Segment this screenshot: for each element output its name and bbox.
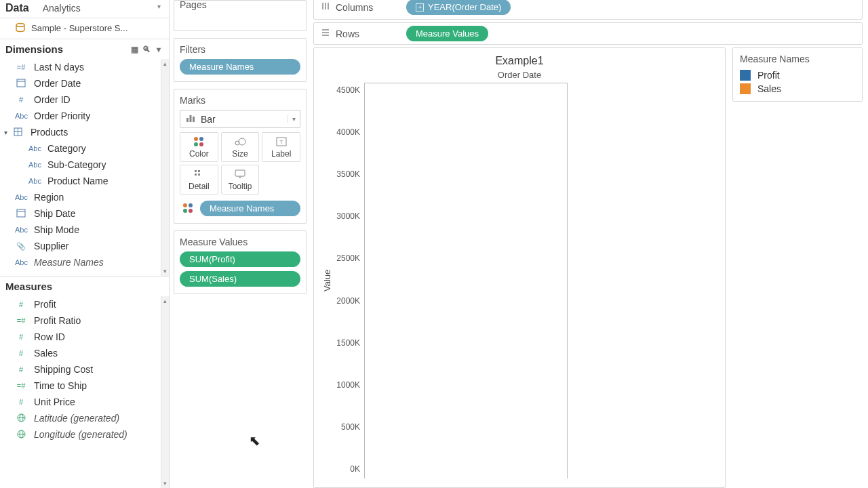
mv-pill-sum-sales[interactable]: SUM(Sales) — [180, 271, 300, 287]
marks-color-pill[interactable]: Measure Names — [200, 201, 300, 216]
y-tick: 500K — [341, 422, 360, 432]
measure-field[interactable]: #Sales — [0, 345, 161, 361]
dimension-field[interactable]: Order Date — [0, 75, 161, 92]
viz-title[interactable]: Example1 — [321, 55, 718, 67]
marks-tooltip-button[interactable]: Tooltip — [221, 165, 260, 195]
field-type-icon: Abc — [28, 177, 41, 185]
mv-pill-sum-profit[interactable]: SUM(Profit) — [180, 251, 300, 267]
dimension-field[interactable]: AbcCategory — [0, 140, 161, 157]
dimension-field[interactable]: AbcMeasure Names — [0, 254, 161, 270]
rows-icon — [321, 28, 330, 39]
dimension-field[interactable]: Ship Date — [0, 205, 161, 222]
columns-label: Columns — [336, 2, 373, 13]
marks-color-label: Color — [189, 149, 209, 159]
cards-column: Pages Filters Measure Names Marks Bar ▾ — [170, 0, 311, 488]
field-type-icon: =# — [15, 382, 27, 390]
legend-item[interactable]: Profit — [740, 68, 855, 82]
legend-label: Sales — [757, 83, 781, 94]
scroll-down-icon[interactable]: ▾ — [163, 266, 167, 276]
field-type-icon: # — [15, 365, 27, 373]
bar-chart-icon — [186, 113, 195, 125]
svg-rect-21 — [198, 170, 200, 172]
scroll-up-icon[interactable]: ▴ — [163, 296, 167, 306]
measure-values-shelf[interactable]: Measure Values SUM(Profit) SUM(Sales) — [174, 230, 307, 294]
viz-canvas[interactable]: Example1 Order Date Value 0K500K1000K150… — [313, 47, 726, 488]
marks-color-button[interactable]: Color — [180, 132, 218, 162]
y-tick: 1500K — [336, 338, 360, 348]
filters-shelf[interactable]: Filters Measure Names — [174, 38, 307, 82]
plot-area[interactable] — [364, 83, 568, 479]
columns-pill-year-order-date[interactable]: ＋ YEAR(Order Date) — [406, 0, 511, 15]
search-icon[interactable]: 🔍︎ — [142, 45, 151, 54]
y-tick: 3000K — [336, 211, 360, 221]
data-tab[interactable]: Data — [5, 2, 29, 14]
marks-type-select[interactable]: Bar ▾ — [180, 110, 300, 128]
dimensions-heading: Dimensions — [5, 43, 63, 55]
filters-label: Filters — [180, 44, 300, 55]
field-type-icon: Abc — [15, 258, 27, 266]
measure-field[interactable]: #Row ID — [0, 329, 161, 345]
scroll-up-icon[interactable]: ▴ — [163, 59, 167, 68]
measure-field[interactable]: Longitude (generated) — [0, 426, 161, 443]
legend-swatch — [740, 70, 751, 81]
dimension-field[interactable]: ▾Products — [0, 124, 161, 140]
datasource-name: Sample - Superstore S... — [31, 23, 127, 33]
menu-caret-icon[interactable]: ▾ — [154, 45, 163, 54]
field-type-icon: # — [15, 333, 27, 341]
dimension-field[interactable]: AbcProduct Name — [0, 173, 161, 189]
measure-field[interactable]: #Shipping Cost — [0, 361, 161, 378]
measure-field[interactable]: =#Profit Ratio — [0, 312, 161, 329]
measures-heading: Measures — [5, 281, 52, 292]
svg-rect-5 — [17, 209, 25, 217]
y-tick: 4000K — [336, 127, 360, 137]
measure-field[interactable]: #Unit Price — [0, 394, 161, 410]
y-tick: 2000K — [336, 296, 360, 306]
svg-text:T: T — [279, 139, 283, 145]
analytics-dropdown[interactable]: Analytics — [43, 1, 163, 15]
legend-card[interactable]: Measure Names ProfitSales — [732, 47, 863, 102]
rows-pill-measure-values[interactable]: Measure Values — [406, 26, 488, 41]
dimension-field[interactable]: 📎Supplier — [0, 238, 161, 254]
measure-field[interactable]: #Profit — [0, 296, 161, 312]
measure-field[interactable]: Latitude (generated) — [0, 410, 161, 426]
dimension-field[interactable]: AbcShip Mode — [0, 222, 161, 238]
rows-shelf[interactable]: Rows Measure Values — [313, 22, 863, 45]
measure-field[interactable]: =#Time to Ship — [0, 378, 161, 394]
marks-size-button[interactable]: Size — [221, 132, 260, 162]
columns-shelf[interactable]: Columns ＋ YEAR(Order Date) — [313, 0, 863, 20]
scroll-down-icon[interactable]: ▾ — [163, 479, 167, 488]
filter-pill-measure-names[interactable]: Measure Names — [180, 59, 300, 75]
y-tick: 2500K — [336, 253, 360, 263]
marks-label-button[interactable]: T Label — [262, 132, 300, 162]
marks-detail-button[interactable]: Detail — [180, 165, 218, 195]
field-type-icon — [15, 430, 27, 440]
dimension-field[interactable]: #Order ID — [0, 92, 161, 108]
field-type-icon: =# — [15, 317, 27, 325]
field-name: Order Priority — [34, 110, 90, 121]
list-view-icon[interactable]: ▦ — [130, 45, 139, 54]
scrollbar[interactable]: ▴ ▾ — [161, 59, 169, 276]
field-name: Measure Names — [34, 257, 104, 268]
collapse-icon[interactable]: ▾ — [4, 129, 7, 136]
legend-item[interactable]: Sales — [740, 82, 855, 96]
dimension-field[interactable]: AbcOrder Priority — [0, 108, 161, 124]
dimension-field[interactable]: AbcSub-Category — [0, 157, 161, 173]
detail-icon — [194, 168, 203, 180]
field-name: Unit Price — [34, 396, 75, 407]
dimension-field[interactable]: AbcRegion — [0, 189, 161, 205]
datasource-icon — [15, 22, 26, 33]
datasource-row[interactable]: Sample - Superstore S... — [0, 18, 169, 39]
scrollbar[interactable]: ▴ ▾ — [161, 296, 169, 488]
field-name: Order Date — [34, 78, 81, 89]
svg-rect-20 — [195, 170, 197, 172]
field-type-icon: 📎 — [15, 242, 27, 251]
field-name: Supplier — [34, 241, 68, 251]
legend-title: Measure Names — [740, 54, 855, 64]
field-type-icon: Abc — [15, 112, 27, 120]
marks-card: Marks Bar ▾ Color Size — [174, 89, 307, 224]
field-type-icon — [15, 413, 27, 424]
field-name: Sub-Category — [47, 159, 106, 170]
dimension-field[interactable]: =#Last N days — [0, 59, 161, 75]
pages-shelf[interactable]: Pages — [174, 0, 307, 31]
svg-rect-22 — [195, 174, 197, 176]
